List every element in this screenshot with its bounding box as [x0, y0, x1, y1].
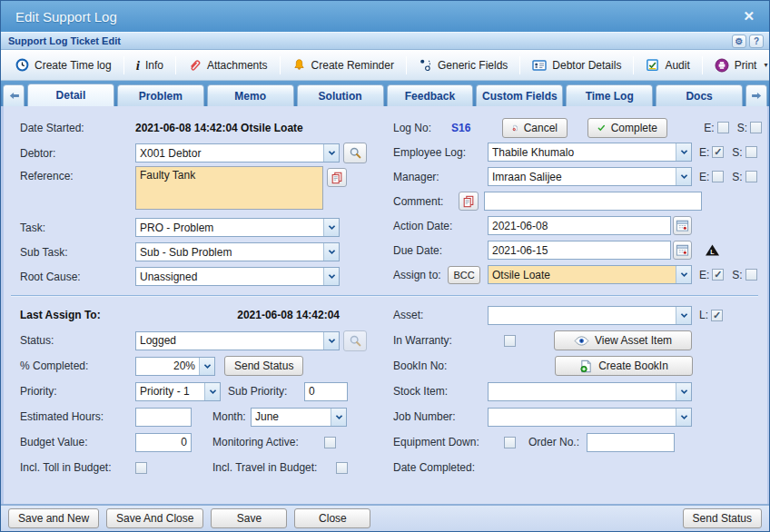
month-combobox[interactable] — [251, 408, 347, 427]
tab-scroll-right-button[interactable] — [745, 84, 767, 106]
cancel-log-button[interactable]: Cancel — [502, 118, 568, 138]
tab-custom-fields[interactable]: Custom Fields — [476, 84, 563, 106]
send-status-button[interactable]: Send Status — [224, 356, 303, 376]
create-bookin-button[interactable]: Create BookIn — [555, 356, 693, 376]
log-no-e-checkbox[interactable] — [717, 122, 729, 133]
tab-time-log[interactable]: Time Log — [566, 84, 653, 106]
chevron-down-icon[interactable] — [323, 144, 339, 162]
priority-input[interactable] — [136, 383, 204, 400]
chevron-down-icon[interactable] — [323, 243, 339, 261]
due-date-input[interactable] — [488, 241, 671, 260]
assign-to-combobox[interactable] — [488, 265, 692, 284]
generic-fields-button[interactable]: Generic Fields — [411, 54, 515, 75]
manager-input[interactable] — [489, 168, 676, 185]
chevron-down-icon[interactable] — [199, 358, 214, 375]
root-cause-input[interactable] — [136, 268, 323, 285]
task-combobox[interactable] — [135, 218, 340, 237]
sub-task-combobox[interactable] — [135, 242, 340, 261]
incl-travel-checkbox[interactable] — [336, 462, 348, 474]
help-icon[interactable]: ? — [749, 34, 764, 48]
chevron-down-icon[interactable] — [204, 383, 220, 400]
job-number-input[interactable] — [489, 409, 676, 426]
comment-copy-button[interactable] — [459, 192, 479, 211]
pct-completed-input[interactable] — [136, 358, 199, 375]
chevron-down-icon[interactable] — [676, 266, 691, 283]
chevron-down-icon[interactable] — [676, 409, 691, 426]
create-reminder-button[interactable]: Create Reminder — [285, 54, 401, 75]
footer-send-status-button[interactable]: Send Status — [683, 508, 762, 528]
audit-button[interactable]: Audit — [638, 54, 696, 75]
chevron-down-icon[interactable] — [323, 332, 339, 350]
close-form-button[interactable]: Close — [294, 508, 370, 528]
employee-log-input[interactable] — [489, 143, 676, 161]
chevron-down-icon[interactable] — [676, 383, 691, 400]
sub-priority-input[interactable] — [304, 382, 348, 401]
monitoring-active-checkbox[interactable] — [324, 437, 336, 448]
create-time-log-button[interactable]: Create Time log — [8, 54, 119, 75]
status-input[interactable] — [136, 332, 323, 350]
asset-input[interactable] — [489, 307, 676, 324]
manager-combobox[interactable] — [488, 167, 692, 186]
window-close-icon[interactable]: ✕ — [739, 8, 758, 25]
asset-combobox[interactable] — [488, 306, 692, 325]
attachments-button[interactable]: Attachments — [181, 54, 275, 75]
month-input[interactable] — [252, 409, 331, 426]
stock-item-combobox[interactable] — [488, 382, 692, 401]
tab-scroll-left-button[interactable] — [3, 84, 25, 106]
assign-to-e-checkbox[interactable] — [712, 269, 724, 281]
tab-memo[interactable]: Memo — [207, 84, 294, 106]
assign-to-s-checkbox[interactable] — [745, 269, 757, 281]
reference-copy-button[interactable] — [327, 168, 347, 187]
employee-log-e-checkbox[interactable] — [712, 146, 724, 158]
tab-solution[interactable]: Solution — [297, 84, 384, 106]
log-no-s-checkbox[interactable] — [750, 122, 762, 133]
view-asset-item-button[interactable]: View Asset Item — [554, 330, 692, 350]
chevron-down-icon[interactable] — [676, 168, 691, 185]
priority-combobox[interactable] — [135, 382, 221, 401]
employee-log-s-checkbox[interactable] — [745, 146, 757, 158]
tab-problem[interactable]: Problem — [117, 84, 204, 106]
debtor-combobox[interactable] — [135, 143, 340, 163]
action-date-input[interactable] — [488, 216, 671, 235]
order-no-input[interactable] — [587, 433, 675, 452]
estimated-hours-input[interactable] — [135, 408, 192, 427]
debtor-search-button[interactable] — [343, 143, 367, 163]
due-date-calendar-button[interactable] — [673, 241, 692, 260]
chevron-down-icon[interactable] — [323, 219, 339, 236]
pct-completed-combobox[interactable] — [135, 357, 215, 376]
task-input[interactable] — [136, 219, 323, 236]
chevron-down-icon[interactable] — [323, 268, 339, 285]
save-and-close-button[interactable]: Save And Close — [106, 508, 203, 528]
equipment-down-checkbox[interactable] — [504, 437, 516, 448]
budget-value-input[interactable] — [135, 433, 192, 452]
employee-log-combobox[interactable] — [488, 143, 692, 162]
asset-l-checkbox[interactable] — [711, 310, 723, 321]
save-and-new-button[interactable]: Save and New — [8, 508, 99, 528]
tab-detail[interactable]: Detail — [27, 84, 114, 106]
print-button[interactable]: Print ▾ — [707, 54, 770, 76]
status-combobox[interactable] — [135, 331, 340, 350]
stock-item-input[interactable] — [489, 383, 676, 400]
info-button[interactable]: i Info — [129, 55, 171, 75]
sub-task-input[interactable] — [136, 243, 323, 261]
chevron-down-icon[interactable] — [676, 307, 691, 324]
reference-textarea[interactable]: Faulty Tank — [135, 166, 323, 210]
manager-e-checkbox[interactable] — [712, 171, 724, 182]
assign-to-input[interactable] — [489, 266, 676, 283]
incl-toll-checkbox[interactable] — [135, 462, 147, 474]
tab-docs[interactable]: Docs — [656, 84, 743, 106]
in-warranty-checkbox[interactable] — [504, 335, 516, 347]
manager-s-checkbox[interactable] — [745, 171, 757, 182]
chevron-down-icon[interactable] — [676, 143, 691, 161]
debtor-input[interactable] — [136, 144, 323, 162]
complete-log-button[interactable]: Complete — [587, 118, 667, 138]
gear-icon[interactable]: ⚙ — [732, 34, 746, 48]
comment-input[interactable] — [484, 192, 702, 211]
save-button[interactable]: Save — [211, 508, 287, 528]
tab-feedback[interactable]: Feedback — [387, 84, 474, 106]
chevron-down-icon[interactable] — [331, 409, 346, 426]
bcc-button[interactable]: BCC — [448, 266, 480, 284]
job-number-combobox[interactable] — [488, 408, 692, 427]
root-cause-combobox[interactable] — [135, 267, 340, 286]
action-date-calendar-button[interactable] — [673, 216, 692, 235]
